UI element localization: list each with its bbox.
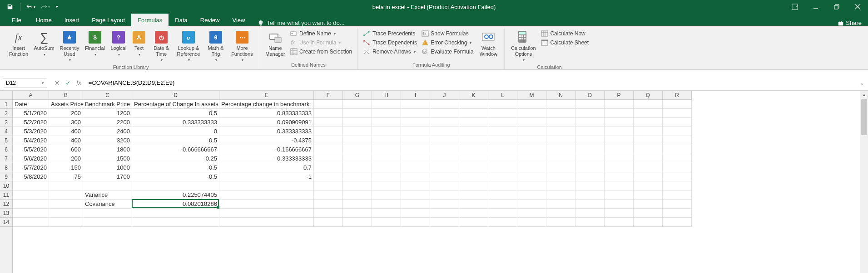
cell-L9[interactable] (488, 172, 517, 181)
cell-Q14[interactable] (634, 218, 663, 227)
cell-E7[interactable]: -0.333333333 (219, 154, 314, 163)
cell-O4[interactable] (575, 127, 605, 136)
cell-R5[interactable] (663, 136, 692, 145)
tab-page-layout[interactable]: Page Layout (85, 14, 131, 26)
cell-Q10[interactable] (634, 181, 663, 190)
vertical-scrollbar[interactable]: ▲ (860, 91, 868, 273)
cell-R6[interactable] (663, 145, 692, 154)
share-button[interactable]: Share (831, 20, 868, 26)
cell-Q13[interactable] (634, 209, 663, 218)
cell-C9[interactable]: 1700 (83, 172, 132, 181)
cell-P5[interactable] (605, 136, 634, 145)
cell-G12[interactable] (343, 200, 372, 209)
insert-function-button[interactable]: fx Insert Function (6, 29, 31, 58)
cell-G8[interactable] (343, 163, 372, 172)
cell-P4[interactable] (605, 127, 634, 136)
qat-customize[interactable]: ▾ (53, 1, 60, 12)
cell-H12[interactable] (372, 200, 401, 209)
cell-P11[interactable] (605, 190, 634, 200)
cell-G1[interactable] (343, 100, 372, 109)
cell-R9[interactable] (663, 172, 692, 181)
cell-L2[interactable] (488, 109, 517, 118)
cell-K3[interactable] (459, 118, 488, 127)
cell-A10[interactable] (13, 181, 49, 190)
col-header-M[interactable]: M (517, 91, 546, 99)
cell-O12[interactable] (575, 200, 605, 209)
cell-L13[interactable] (488, 209, 517, 218)
cell-C12[interactable]: Covariance (83, 200, 132, 209)
cell-N9[interactable] (546, 172, 575, 181)
scroll-thumb[interactable] (861, 99, 867, 135)
cell-D5[interactable]: 0.5 (132, 136, 219, 145)
cell-L6[interactable] (488, 145, 517, 154)
cell-M3[interactable] (517, 118, 546, 127)
remove-arrows-button[interactable]: Remove Arrows▾ (362, 47, 419, 56)
cell-M6[interactable] (517, 145, 546, 154)
cell-R12[interactable] (663, 200, 692, 209)
cell-J9[interactable] (430, 172, 459, 181)
cell-I11[interactable] (401, 190, 430, 200)
cell-Q6[interactable] (634, 145, 663, 154)
cell-H8[interactable] (372, 163, 401, 172)
cell-R13[interactable] (663, 209, 692, 218)
enter-formula-button[interactable]: ✓ (65, 79, 71, 87)
cell-L4[interactable] (488, 127, 517, 136)
cell-K4[interactable] (459, 127, 488, 136)
calculation-options-button[interactable]: CalculationOptions (508, 29, 538, 63)
cell-G6[interactable] (343, 145, 372, 154)
cell-K12[interactable] (459, 200, 488, 209)
col-header-C[interactable]: C (83, 91, 132, 99)
col-header-F[interactable]: F (314, 91, 343, 99)
cell-F11[interactable] (314, 190, 343, 200)
cell-B9[interactable]: 75 (49, 172, 83, 181)
cell-L3[interactable] (488, 118, 517, 127)
cell-G13[interactable] (343, 209, 372, 218)
cell-M2[interactable] (517, 109, 546, 118)
cell-H6[interactable] (372, 145, 401, 154)
insert-function-fx-button[interactable]: fx (76, 79, 81, 87)
cell-K8[interactable] (459, 163, 488, 172)
cell-O2[interactable] (575, 109, 605, 118)
cell-J1[interactable] (430, 100, 459, 109)
cell-M13[interactable] (517, 209, 546, 218)
cell-Q7[interactable] (634, 154, 663, 163)
cell-A11[interactable] (13, 190, 49, 200)
cell-C7[interactable]: 1500 (83, 154, 132, 163)
cell-M8[interactable] (517, 163, 546, 172)
cell-F1[interactable] (314, 100, 343, 109)
cell-N14[interactable] (546, 218, 575, 227)
cell-B11[interactable] (49, 190, 83, 200)
name-manager-button[interactable]: NameManager (263, 29, 288, 58)
cell-F3[interactable] (314, 118, 343, 127)
col-header-D[interactable]: D (132, 91, 219, 99)
cell-C10[interactable] (83, 181, 132, 190)
cell-Q12[interactable] (634, 200, 663, 209)
cell-A8[interactable]: 5/7/2020 (13, 163, 49, 172)
cell-E8[interactable]: 0.7 (219, 163, 314, 172)
col-header-P[interactable]: P (605, 91, 634, 99)
cell-J14[interactable] (430, 218, 459, 227)
cell-J12[interactable] (430, 200, 459, 209)
cell-E9[interactable]: -1 (219, 172, 314, 181)
cell-H4[interactable] (372, 127, 401, 136)
cell-G9[interactable] (343, 172, 372, 181)
cell-R7[interactable] (663, 154, 692, 163)
cell-P8[interactable] (605, 163, 634, 172)
cell-L1[interactable] (488, 100, 517, 109)
cell-D9[interactable]: -0.5 (132, 172, 219, 181)
col-header-K[interactable]: K (459, 91, 488, 99)
cell-O5[interactable] (575, 136, 605, 145)
cell-M11[interactable] (517, 190, 546, 200)
row-header-7[interactable]: 7 (0, 154, 12, 163)
cell-B1[interactable]: Assets Price (49, 100, 83, 109)
cell-H14[interactable] (372, 218, 401, 227)
cell-M12[interactable] (517, 200, 546, 209)
cell-B13[interactable] (49, 209, 83, 218)
cell-H9[interactable] (372, 172, 401, 181)
evaluate-formula-button[interactable]: fx Evaluate Formula (420, 47, 475, 56)
cell-A4[interactable]: 5/3/2020 (13, 127, 49, 136)
file-tab[interactable]: File (4, 14, 30, 26)
cell-P10[interactable] (605, 181, 634, 190)
cell-E11[interactable] (219, 190, 314, 200)
cell-J2[interactable] (430, 109, 459, 118)
